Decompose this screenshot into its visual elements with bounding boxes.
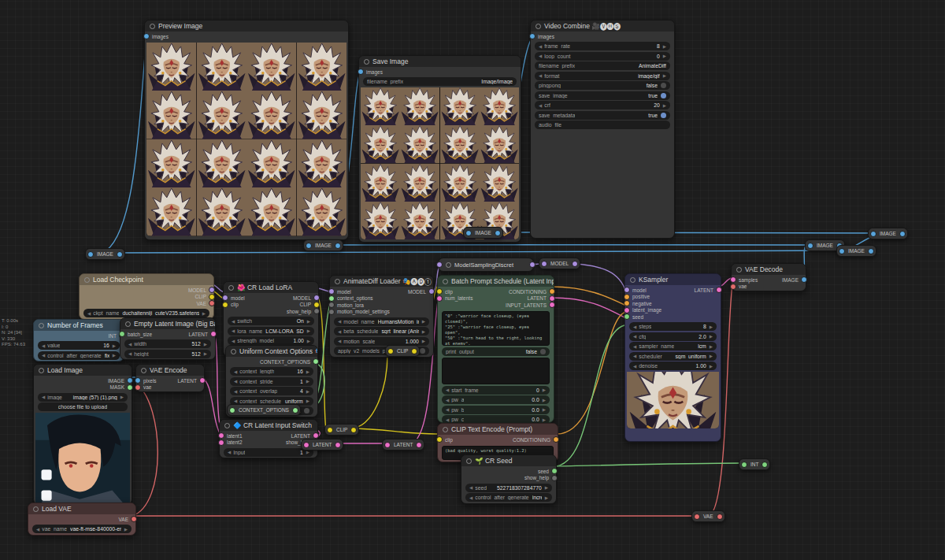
output-port-seed[interactable]: seed [538,468,555,474]
input-port-vae[interactable]: vae [732,284,747,290]
input-port-batch-size[interactable]: batch_size [121,331,152,337]
output-port-show-help[interactable]: show_help [524,475,555,481]
input-port-model[interactable]: model [626,287,647,293]
port-dot-icon[interactable] [553,436,559,443]
collapse-dot-icon[interactable] [466,458,472,464]
port-dot-icon[interactable] [551,475,558,481]
port-dot-icon[interactable] [127,377,133,384]
output-port-clip[interactable]: CLIP [195,294,213,300]
widget-save-image[interactable]: save_imagetrue [535,91,670,100]
widget-ckpt-name[interactable]: ckpt_nameduchaitenniji_cuteV235.safetens… [83,309,209,317]
widget-height[interactable]: height512 [124,350,211,358]
port-dot-icon[interactable] [335,442,341,448]
output-port-show-help[interactable]: show_help [287,308,317,314]
input-port-images[interactable]: images [146,33,169,39]
output-port-latent[interactable]: LATENT [178,377,203,384]
input-port-clip[interactable]: clip [439,436,453,443]
prompt-schedule-textarea[interactable]: "0" :"warrior face closeup, (eyes closed… [442,311,550,346]
node-batch-prompt-schedule[interactable]: Batch Prompt Schedule (Latent Input) 📅🅕🅝… [437,275,554,423]
port-dot-icon[interactable] [529,261,536,268]
port-dot-icon[interactable] [387,348,394,354]
output-port-latent[interactable]: LATENT [695,287,720,293]
port-dot-icon[interactable] [549,302,555,308]
port-dot-icon[interactable] [327,427,333,433]
widget-lora-name[interactable]: lora_nameLCM-LORA_SD1.5.safetensors [228,327,314,336]
node-cr-seed[interactable]: 🌱 CR Seed seed show_help seed52271830728… [461,454,557,504]
collapse-dot-icon[interactable] [231,349,236,354]
widget-model-name[interactable]: model_nameHumansMotion_improved.ckpt [334,317,429,326]
collapse-dot-icon[interactable] [443,279,448,284]
append-text-textarea[interactable] [442,358,550,384]
port-dot-icon[interactable] [549,295,555,302]
port-dot-icon[interactable] [143,33,150,39]
collapse-dot-icon[interactable] [125,321,131,327]
port-dot-icon[interactable] [801,276,807,283]
collapse-dot-icon[interactable] [443,427,448,432]
widget-pw-b[interactable]: pw_b0.0 [442,406,550,414]
port-dot-icon[interactable] [807,243,813,249]
input-port-motion-model-settings[interactable]: motion_model_settings [331,309,390,315]
port-dot-icon[interactable] [624,300,630,306]
input-port-positive[interactable]: positive [626,294,650,300]
port-dot-icon[interactable] [899,231,906,237]
port-dot-icon[interactable] [350,427,357,433]
port-dot-icon[interactable] [209,294,215,300]
node-animatediff-loader[interactable]: AnimateDiff Loader 🎭🅐🅓① model MODEL cont… [329,275,434,358]
port-dot-icon[interactable] [313,302,320,308]
port-dot-icon[interactable] [117,251,123,258]
port-dot-icon[interactable] [694,514,700,520]
widget-start-frame[interactable]: start_frame0 [442,386,550,395]
input-port-clip[interactable]: clip [224,302,239,308]
input-port-context-options[interactable]: context_options [331,295,373,302]
widget-crf[interactable]: crf20 [535,101,670,109]
widget-filename-prefix[interactable]: filename_prefix Image/Image [363,77,517,86]
node-model-sampling-discrete[interactable]: ModelSamplingDiscret [438,258,534,272]
choose-file-button[interactable]: choose file to upload [38,402,128,411]
input-port-vae[interactable]: vae [137,384,151,391]
port-dot-icon[interactable] [313,358,319,365]
widget-vae-name[interactable]: vae_namevae-ft-mse-840000-ema-pruned.ckp… [32,525,132,533]
node-empty-latent-image[interactable]: Empty Latent Image (Big Batch) 🎭🅐🅓 batch… [120,317,216,360]
widget-cfg[interactable]: cfg2.0 [629,332,717,341]
port-dot-icon[interactable] [551,468,558,474]
widget-control-after-generate[interactable]: control_after_generatefixed [38,351,120,360]
widget-steps[interactable]: steps8 [629,322,717,331]
port-dot-icon[interactable] [358,69,364,75]
port-dot-icon[interactable] [436,261,443,268]
port-dot-icon[interactable] [839,248,845,254]
node-video-combine[interactable]: Video Combine 🎥🅥🅗🅢 images frame_rate8 lo… [530,20,675,239]
node-number-of-frames[interactable]: Number of Frames INT value16 control_aft… [33,319,124,362]
output-port-model[interactable]: MODEL [188,287,213,293]
widget-audio-file[interactable]: audio_file [535,121,670,129]
output-port-conditioning[interactable]: CONDITIONING [513,436,557,443]
port-dot-icon[interactable] [730,284,736,290]
port-dot-icon[interactable] [209,300,215,306]
widget-image[interactable]: imageimage (57) (1).png [38,393,128,402]
collapse-dot-icon[interactable] [224,423,230,428]
port-dot-icon[interactable] [229,407,235,414]
input-port-latent2[interactable]: latent2 [220,439,243,446]
widget-strength-model[interactable]: strength_model1.00 [228,336,314,345]
input-port-motion-lora[interactable]: motion_lora [331,302,364,308]
widget-denoise[interactable]: denoise1.00 [629,362,717,370]
widget-seed[interactable]: seed522718307284770 [465,484,552,492]
widget-pingpong[interactable]: pingpongfalse [535,81,670,90]
port-dot-icon[interactable] [549,288,555,295]
port-dot-icon[interactable] [218,432,224,439]
output-port-latent[interactable]: LATENT [189,331,214,337]
widget-width[interactable]: width512 [124,339,211,348]
port-dot-icon[interactable] [624,287,630,293]
input-port-pixels[interactable]: pixels [137,377,157,384]
node-load-vae[interactable]: Load VAE VAE vae_namevae-ft-mse-840000-e… [28,503,136,536]
port-dot-icon[interactable] [716,287,722,293]
collapse-dot-icon[interactable] [736,267,742,273]
port-dot-icon[interactable] [328,309,335,315]
widget-switch[interactable]: switchOn [228,317,314,325]
port-dot-icon[interactable] [465,230,472,236]
widget-loop-count[interactable]: loop_count0 [535,52,670,61]
node-vae-encode[interactable]: VAE Encode pixels LATENT vae [135,364,205,392]
input-port-seed[interactable]: seed [626,313,643,320]
port-dot-icon[interactable] [292,407,298,414]
port-dot-icon[interactable] [328,288,335,295]
output-port-mask[interactable]: MASK [110,384,131,391]
